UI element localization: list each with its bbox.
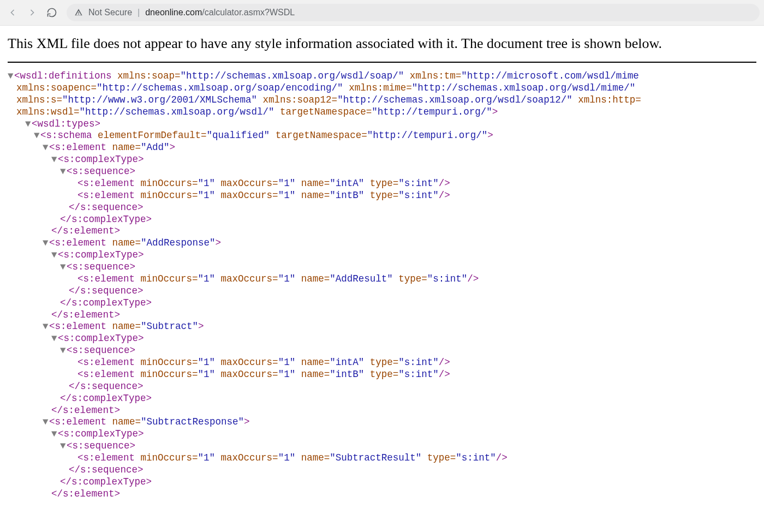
back-button[interactable] — [4, 4, 21, 21]
collapse-toggle-icon[interactable]: ▼ — [43, 142, 49, 154]
collapse-toggle-icon[interactable]: ▼ — [8, 70, 14, 82]
xml-node: xmlns:soapenc="http://schemas.xmlsoap.or… — [8, 82, 764, 94]
xml-close: </s:complexType> — [8, 297, 764, 309]
xml-close: </s:complexType> — [8, 476, 764, 488]
xml-leaf: <s:element minOccurs="1" maxOccurs="1" n… — [8, 273, 764, 285]
xml-node[interactable]: ▼<s:complexType> — [8, 428, 764, 440]
arrow-right-icon — [27, 7, 38, 18]
collapse-toggle-icon[interactable]: ▼ — [34, 130, 40, 142]
xml-leaf: <s:element minOccurs="1" maxOccurs="1" n… — [8, 452, 764, 464]
xml-close: </s:complexType> — [8, 393, 764, 405]
xml-leaf: <s:element minOccurs="1" maxOccurs="1" n… — [8, 369, 764, 381]
xml-node[interactable]: ▼<wsdl:definitions xmlns:soap="http://sc… — [8, 70, 764, 82]
security-label: Not Secure — [88, 8, 132, 17]
url-text: dneonline.com/calculator.asmx?WSDL — [145, 8, 295, 17]
collapse-toggle-icon[interactable]: ▼ — [60, 166, 67, 178]
collapse-toggle-icon[interactable]: ▼ — [43, 321, 49, 333]
xml-close: </s:complexType> — [8, 214, 764, 226]
xml-leaf: <s:element minOccurs="1" maxOccurs="1" n… — [8, 190, 764, 202]
arrow-left-icon — [7, 7, 18, 18]
collapse-toggle-icon[interactable]: ▼ — [43, 416, 49, 428]
forward-button[interactable] — [24, 4, 40, 21]
reload-icon — [46, 7, 57, 18]
xml-node[interactable]: ▼<s:complexType> — [8, 333, 764, 345]
xml-node[interactable]: ▼<s:element name="AddResponse"> — [8, 237, 764, 249]
xml-node: xmlns:s="http://www.w3.org/2001/XMLSchem… — [8, 94, 764, 106]
not-secure-icon — [74, 8, 83, 17]
collapse-toggle-icon[interactable]: ▼ — [60, 261, 67, 273]
xml-leaf: <s:element minOccurs="1" maxOccurs="1" n… — [8, 178, 764, 190]
xml-node[interactable]: ▼<s:sequence> — [8, 261, 764, 273]
collapse-toggle-icon[interactable]: ▼ — [51, 428, 58, 440]
xml-node[interactable]: ▼<s:complexType> — [8, 154, 764, 166]
xml-close: </s:sequence> — [8, 285, 764, 297]
xml-close: </s:element> — [8, 405, 764, 417]
xml-node[interactable]: ▼<s:element name="SubtractResponse"> — [8, 416, 764, 428]
collapse-toggle-icon[interactable]: ▼ — [51, 249, 58, 261]
address-bar[interactable]: Not Secure | dneonline.com/calculator.as… — [67, 4, 760, 21]
xml-node[interactable]: ▼<s:schema elementFormDefault="qualified… — [8, 130, 764, 142]
xml-close: </s:element> — [8, 488, 764, 500]
collapse-toggle-icon[interactable]: ▼ — [51, 333, 58, 345]
xml-close: </s:element> — [8, 225, 764, 237]
xml-node[interactable]: ▼<s:sequence> — [8, 345, 764, 357]
xml-leaf: <s:element minOccurs="1" maxOccurs="1" n… — [8, 357, 764, 369]
xml-node: xmlns:wsdl="http://schemas.xmlsoap.org/w… — [8, 106, 764, 118]
collapse-toggle-icon[interactable]: ▼ — [25, 118, 32, 130]
collapse-toggle-icon[interactable]: ▼ — [60, 345, 67, 357]
xml-close: </s:sequence> — [8, 381, 764, 393]
xml-close: </s:sequence> — [8, 202, 764, 214]
collapse-toggle-icon[interactable]: ▼ — [60, 440, 67, 452]
reload-button[interactable] — [44, 4, 60, 21]
xml-node[interactable]: ▼<s:complexType> — [8, 249, 764, 261]
collapse-toggle-icon[interactable]: ▼ — [43, 237, 49, 249]
xml-node[interactable]: ▼<wsdl:types> — [8, 118, 764, 130]
xml-node[interactable]: ▼<s:element name="Add"> — [8, 142, 764, 154]
xml-node[interactable]: ▼<s:sequence> — [8, 166, 764, 178]
collapse-toggle-icon[interactable]: ▼ — [51, 154, 58, 166]
xml-node[interactable]: ▼<s:sequence> — [8, 440, 764, 452]
xml-node[interactable]: ▼<s:element name="Subtract"> — [8, 321, 764, 333]
xml-close: </s:element> — [8, 309, 764, 321]
xml-tree: ▼<wsdl:definitions xmlns:soap="http://sc… — [0, 68, 764, 522]
browser-toolbar: Not Secure | dneonline.com/calculator.as… — [0, 0, 764, 26]
xml-close: </s:sequence> — [8, 464, 764, 476]
xml-notice: This XML file does not appear to have an… — [8, 35, 756, 63]
divider: | — [138, 8, 140, 17]
